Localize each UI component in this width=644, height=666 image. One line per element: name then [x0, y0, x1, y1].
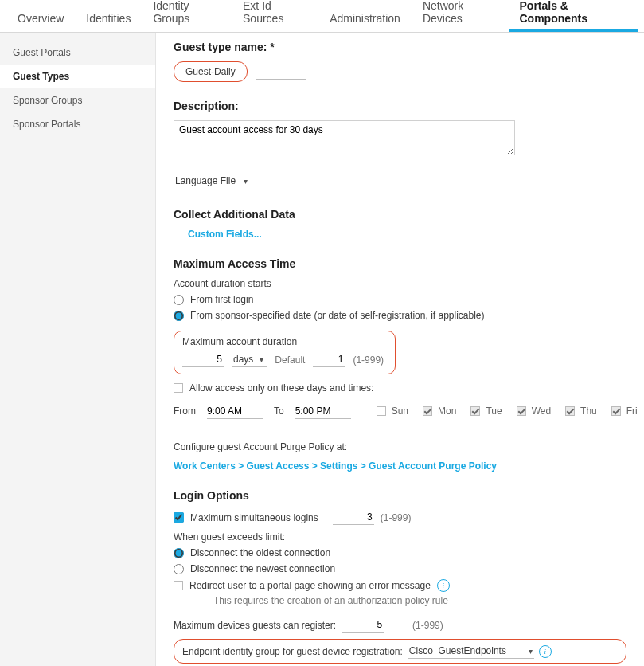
chevron-down-icon: ▾	[529, 647, 533, 656]
redirect-user-checkbox[interactable]: Redirect user to a portal page showing a…	[174, 579, 626, 592]
collect-additional-data-title: Collect Additional Data	[174, 208, 626, 221]
day-thu[interactable]: Thu	[562, 404, 597, 418]
duration-value-input[interactable]	[182, 352, 224, 367]
max-account-duration-label: Maximum account duration	[182, 336, 384, 347]
main-content: Guest type name: * Guest-Daily Descripti…	[156, 33, 644, 666]
max-sim-logins-input[interactable]	[333, 510, 374, 525]
sidebar-item-sponsor-groups[interactable]: Sponsor Groups	[0, 88, 155, 112]
redirect-note: This requires the creation of an authori…	[213, 595, 626, 606]
guest-type-name-label: Guest type name: *	[174, 41, 626, 53]
default-range: (1-999)	[353, 355, 384, 366]
radio-from-first-login[interactable]: From first login	[174, 294, 626, 305]
tab-identity-groups[interactable]: Identity Groups	[142, 0, 232, 32]
tab-portals-components[interactable]: Portals & Components	[509, 0, 638, 32]
default-label: Default	[275, 355, 305, 366]
day-mon[interactable]: Mon	[420, 404, 456, 418]
max-sim-logins-checkbox[interactable]: Maximum simultaneous logins (1-999)	[174, 510, 626, 525]
radio-disconnect-newest[interactable]: Disconnect the newest connection	[174, 563, 626, 574]
endpoint-identity-group-select[interactable]: Cisco_GuestEndpoints ▾	[408, 644, 534, 659]
guest-type-name-input[interactable]	[256, 64, 306, 80]
tab-network-devices[interactable]: Network Devices	[412, 0, 509, 32]
sidebar: Guest Portals Guest Types Sponsor Groups…	[0, 33, 156, 666]
sidebar-item-guest-types[interactable]: Guest Types	[0, 65, 155, 88]
description-label: Description:	[174, 100, 626, 112]
max-devices-input[interactable]	[342, 617, 384, 633]
from-label: From	[174, 405, 196, 417]
max-account-duration-highlight: Maximum account duration days ▾ Default …	[174, 331, 396, 374]
tab-ext-id-sources[interactable]: Ext Id Sources	[232, 0, 318, 32]
tab-administration[interactable]: Administration	[318, 4, 412, 32]
purge-policy-link[interactable]: Work Centers > Guest Access > Settings >…	[174, 460, 497, 472]
sidebar-item-guest-portals[interactable]: Guest Portals	[0, 41, 155, 65]
radio-from-sponsor[interactable]: From sponsor-specified date (or date of …	[174, 310, 626, 321]
when-exceeds-label: When guest exceeds limit:	[174, 531, 626, 543]
guest-type-name-highlight: Guest-Daily	[174, 61, 248, 82]
allow-access-only-checkbox[interactable]: Allow access only on these days and time…	[174, 382, 626, 394]
sidebar-item-sponsor-portals[interactable]: Sponsor Portals	[0, 112, 155, 136]
max-access-time-title: Maximum Access Time	[174, 257, 626, 270]
description-textarea[interactable]	[174, 120, 515, 155]
configure-purge-label: Configure guest Account Purge Policy at:	[174, 441, 626, 452]
max-devices-row: Maximum devices guests can register: (1-…	[174, 617, 626, 633]
info-icon[interactable]: i	[437, 579, 450, 592]
day-fri[interactable]: Fri	[608, 404, 638, 418]
chevron-down-icon: ▾	[244, 177, 248, 186]
default-value-input[interactable]	[313, 352, 345, 367]
login-options-title: Login Options	[174, 489, 626, 502]
to-time-input[interactable]	[295, 404, 351, 419]
endpoint-label: Endpoint identity group for guest device…	[182, 646, 403, 657]
day-sun[interactable]: Sun	[373, 404, 408, 418]
day-tue[interactable]: Tue	[467, 404, 502, 418]
account-duration-starts-label: Account duration starts	[174, 278, 626, 289]
guest-type-name-value: Guest-Daily	[185, 66, 236, 77]
days-times-row: From To Sun Mon Tue Wed Thu Fri Sat +	[174, 403, 626, 419]
day-wed[interactable]: Wed	[513, 404, 551, 418]
to-label: To	[274, 405, 284, 417]
endpoint-identity-group-highlight: Endpoint identity group for guest device…	[174, 639, 626, 664]
custom-fields-link[interactable]: Custom Fields...	[188, 229, 262, 240]
radio-disconnect-oldest[interactable]: Disconnect the oldest connection	[174, 547, 626, 558]
tab-overview[interactable]: Overview	[6, 4, 75, 32]
top-tab-bar: Overview Identities Identity Groups Ext …	[0, 0, 644, 33]
tab-identities[interactable]: Identities	[75, 4, 142, 32]
from-time-input[interactable]	[207, 404, 263, 419]
chevron-down-icon: ▾	[260, 355, 263, 364]
duration-unit-select[interactable]: days ▾	[232, 352, 267, 367]
language-file-select[interactable]: Language File ▾	[174, 172, 249, 190]
info-icon[interactable]: i	[539, 645, 552, 658]
